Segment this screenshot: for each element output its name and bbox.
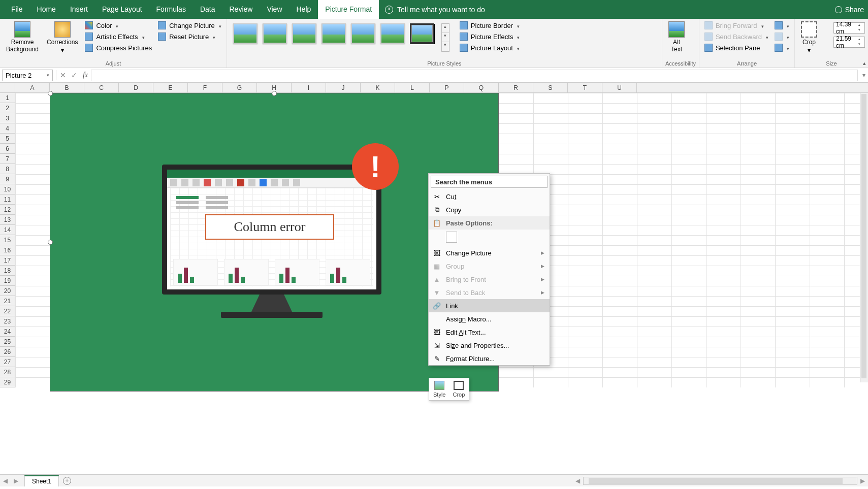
picture-layout-button[interactable]: Picture Layout [458,43,522,53]
menu-link[interactable]: 🔗Link [429,299,550,312]
column-header[interactable]: P [430,83,464,92]
row-header[interactable]: 3 [0,113,15,123]
row-header[interactable]: 27 [0,357,15,367]
insert-function-button[interactable]: fx [80,71,91,79]
align-button[interactable] [773,20,791,30]
row-header[interactable]: 7 [0,154,15,164]
gallery-down-button[interactable]: ▾ [442,33,449,42]
menu-size-properties[interactable]: ⇲Size and Properties... [429,339,550,352]
scrollbar-thumb[interactable] [861,94,866,378]
color-button[interactable]: Color [83,20,154,30]
column-header[interactable]: A [15,83,50,92]
column-header[interactable]: E [153,83,188,92]
hscroll-right-button[interactable]: ▶ [857,477,868,484]
sheet-tab-sheet1[interactable]: Sheet1 [24,475,59,486]
menu-search-input[interactable]: Search the menus [431,176,548,188]
column-header[interactable]: J [326,83,361,92]
gallery-up-button[interactable]: ▴ [442,24,449,33]
rotate-button[interactable] [773,43,791,53]
row-header[interactable]: 25 [0,337,15,347]
change-picture-button[interactable]: Change Picture [156,20,223,30]
tab-page-layout[interactable]: Page Layout [95,0,149,19]
row-header[interactable]: 12 [0,205,15,215]
tab-review[interactable]: Review [222,0,260,19]
name-box[interactable]: Picture 2▾ [2,70,53,81]
row-header[interactable]: 6 [0,144,15,154]
picture-style-thumb-selected[interactable] [410,23,434,44]
picture-style-thumb[interactable] [380,23,405,44]
menu-assign-macro[interactable]: Assign Macro... [429,312,550,325]
column-header[interactable]: Q [464,83,499,92]
tab-formulas[interactable]: Formulas [149,0,193,19]
column-header[interactable]: T [568,83,602,92]
select-all-button[interactable] [0,83,15,92]
height-input[interactable]: 14.39 cm▴▾ [833,22,865,34]
menu-change-picture[interactable]: 🖼Change Picture▶ [429,246,550,259]
mini-crop-button[interactable]: Crop [453,381,465,398]
compress-pictures-button[interactable]: Compress Pictures [83,43,154,53]
row-header[interactable]: 13 [0,215,15,225]
menu-copy[interactable]: ⧉Copy [429,203,550,216]
spin-down-button[interactable]: ▾ [856,42,862,47]
row-header[interactable]: 24 [0,327,15,337]
remove-background-button[interactable]: Remove Background [3,20,42,54]
width-input[interactable]: 21.59 cm▴▾ [833,37,865,48]
row-header[interactable]: 16 [0,245,15,255]
row-header[interactable]: 20 [0,286,15,296]
picture-border-button[interactable]: Picture Border [458,20,522,30]
row-header[interactable]: 9 [0,174,15,184]
row-header[interactable]: 28 [0,367,15,377]
tab-view[interactable]: View [260,0,289,19]
picture-effects-button[interactable]: Picture Effects [458,31,522,42]
alt-text-button[interactable]: Alt Text [665,20,688,54]
reset-picture-button[interactable]: Reset Picture [156,31,223,42]
menu-format-picture[interactable]: ✎Format Picture... [429,352,550,365]
row-header[interactable]: 21 [0,296,15,306]
tab-insert[interactable]: Insert [63,0,95,19]
picture-style-thumb[interactable] [233,23,258,44]
tab-home[interactable]: Home [30,0,63,19]
menu-edit-alt-text[interactable]: 🖼Edit Alt Text... [429,325,550,339]
gallery-more-button[interactable]: ▾ [442,42,449,51]
column-header[interactable]: D [119,83,153,92]
row-header[interactable]: 2 [0,103,15,113]
spin-up-button[interactable]: ▴ [856,37,862,42]
resize-handle[interactable] [272,91,277,96]
tab-data[interactable]: Data [193,0,222,19]
column-header[interactable]: U [602,83,637,92]
row-header[interactable]: 22 [0,306,15,316]
scrollbar-thumb[interactable] [589,478,843,484]
row-header[interactable]: 8 [0,164,15,174]
selection-pane-button[interactable]: Selection Pane [702,43,770,53]
sheet-nav-next[interactable]: ▶ [11,477,21,484]
column-header[interactable]: F [188,83,222,92]
column-header[interactable]: R [499,83,533,92]
picture-style-thumb[interactable] [292,23,316,44]
tab-file[interactable]: File [4,0,30,19]
mini-style-button[interactable]: Style [433,381,445,398]
row-header[interactable]: 29 [0,377,15,387]
paste-option-button[interactable] [446,232,457,243]
formula-input[interactable] [91,70,858,81]
column-header[interactable]: B [50,83,84,92]
column-header[interactable]: I [292,83,326,92]
artistic-effects-button[interactable]: Artistic Effects [83,31,154,42]
new-sheet-button[interactable]: + [63,477,71,485]
picture-style-thumb[interactable] [351,23,375,44]
vertical-scrollbar[interactable] [860,93,868,382]
spin-down-button[interactable]: ▾ [856,28,862,33]
column-header[interactable]: L [395,83,430,92]
row-header[interactable]: 23 [0,316,15,327]
picture-style-thumb[interactable] [263,23,287,44]
tab-help[interactable]: Help [290,0,318,19]
row-header[interactable]: 11 [0,194,15,205]
row-header[interactable]: 14 [0,225,15,235]
row-header[interactable]: 5 [0,134,15,144]
spin-up-button[interactable]: ▴ [856,23,862,28]
corrections-button[interactable]: Corrections ▾ [44,20,81,55]
column-header[interactable]: S [533,83,568,92]
share-button[interactable]: Share [835,6,864,14]
horizontal-scrollbar[interactable] [583,477,857,485]
column-header[interactable]: K [361,83,395,92]
tab-picture-format[interactable]: Picture Format [318,0,379,19]
